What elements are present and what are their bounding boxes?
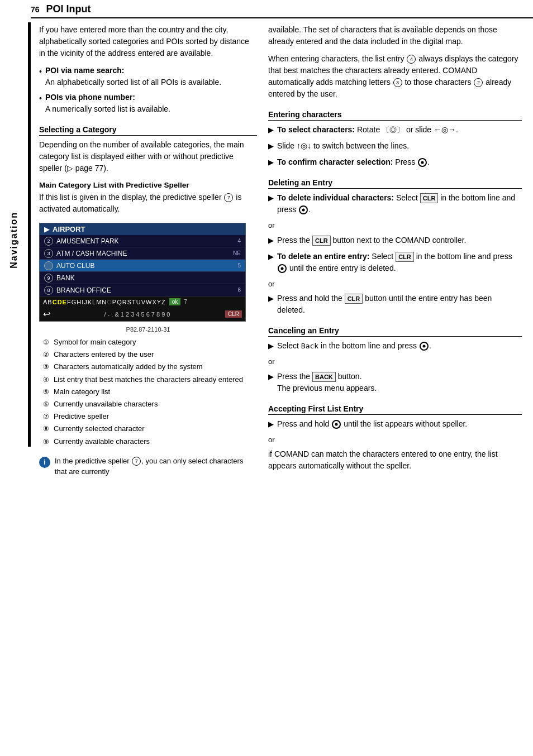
- arrow-icon: ▶: [268, 193, 274, 216]
- arrow-icon: ▶: [268, 125, 274, 136]
- arrow-icon: ▶: [268, 235, 274, 246]
- row-text: BRANCH OFFICE: [56, 286, 235, 294]
- bullet-poi-phone: • POIs via phone number: A numerically s…: [39, 92, 257, 115]
- page-title: POI Input: [46, 3, 91, 15]
- display-alphabet: ABCDEFGHIJKLMNOPQRSTUVWXYZ ok 7: [40, 296, 245, 307]
- row-badge: 4: [237, 238, 241, 244]
- row-circle: 9: [44, 274, 53, 283]
- display-rows: 2 AMUSEMENT PARK 4 3 ATM / CASH MACHINE …: [40, 235, 245, 296]
- row-text: ATM / CASH MACHINE: [56, 250, 231, 257]
- arrow-icon: ▶: [268, 293, 274, 316]
- row-text: AUTO CLUB: [56, 262, 235, 270]
- alpha-chars: ABCDEFGHIJKLMNOPQRSTUVWXYZ: [43, 299, 166, 305]
- controller-icon: [420, 342, 429, 351]
- info-text: In the predictive speller 7, you can onl…: [55, 456, 257, 477]
- legend-item: ② Characters entered by the user: [39, 350, 257, 360]
- display-row: 2 AMUSEMENT PARK 4: [40, 235, 245, 247]
- accepting-heading: Accepting First List Entry: [268, 404, 522, 415]
- display-arrow: ▶: [44, 226, 49, 233]
- controller-icon: [418, 158, 427, 167]
- or-text: or: [268, 434, 522, 446]
- right-column: available. The set of characters that is…: [268, 24, 522, 477]
- instruction-confirm: ▶ To confirm character selection: Press …: [268, 156, 522, 168]
- display-row: 9 BANK: [40, 272, 245, 284]
- row-text: AMUSEMENT PARK: [56, 237, 235, 245]
- row-text: BANK: [56, 274, 241, 282]
- instruction-select-back: ▶ Select Back in the bottom line and pre…: [268, 340, 522, 352]
- display-footer: ↩ / - . & 1 2 3 4 5 6 7 8 9 0 CLR: [40, 307, 245, 321]
- badge-7: 7: [184, 299, 187, 305]
- legend-item: ⑥ Currently unavailable characters: [39, 399, 257, 409]
- row-circle: 3: [44, 249, 53, 258]
- page-header: 76 POI Input: [31, 0, 533, 18]
- instruction-delete-entire: ▶ To delete an entire entry: Select CLR …: [268, 251, 522, 274]
- bullet-poi-name-text: An alphabetically sorted list of all POI…: [45, 78, 221, 87]
- controller-icon: [299, 205, 308, 214]
- controller-icon: [332, 420, 341, 429]
- display-image: ▶ AIRPORT 2 AMUSEMENT PARK 4 3 ATM / CAS…: [39, 223, 246, 322]
- deleting-heading: Deleting an Entry: [268, 178, 522, 189]
- footer-chars: / - . & 1 2 3 4 5 6 7 8 9 0: [51, 311, 223, 318]
- back-mono: Back: [301, 342, 318, 350]
- display-header-text: AIRPORT: [53, 225, 85, 233]
- row-badge: 6: [237, 287, 241, 293]
- section-selecting-heading: Selecting a Category: [39, 125, 257, 136]
- back-arrow-icon: ↩: [43, 309, 50, 319]
- content-area: If you have entered more than the countr…: [34, 18, 533, 489]
- clr-key: CLR: [345, 294, 363, 304]
- legend-item: ⑨ Currently available characters: [39, 437, 257, 447]
- sub-heading-predictive: Main Category List with Predictive Spell…: [39, 181, 257, 189]
- cont-text: available. The set of characters that is…: [268, 24, 522, 47]
- instruction-press-clr: ▶ Press the CLR button next to the COMAN…: [268, 235, 522, 246]
- arrow-icon: ▶: [268, 419, 274, 430]
- instruction-select-chars: ▶ To select characters: Rotate 〔◎〕 or sl…: [268, 124, 522, 136]
- instruction-hold-controller: ▶ Press and hold until the list appears …: [268, 418, 522, 430]
- display-header: ▶ AIRPORT: [40, 223, 245, 235]
- rotate-icon: 〔◎〕: [382, 126, 404, 134]
- row-circle: 8: [44, 286, 53, 295]
- sidebar-bar: [28, 22, 31, 447]
- page-number: 76: [31, 5, 40, 14]
- entering-heading: Entering characters: [268, 110, 522, 121]
- clr-key: CLR: [396, 252, 414, 262]
- info-box: i In the predictive speller 7, you can o…: [39, 456, 257, 477]
- auto-match-text: if COMAND can match the characters enter…: [268, 448, 522, 472]
- arrow-icon: ▶: [268, 341, 274, 352]
- legend-list: ① Symbol for main category ② Characters …: [39, 337, 257, 447]
- legend-item: ⑧ Currently selected character: [39, 424, 257, 434]
- sub-text: If this list is given in the display, th…: [39, 192, 257, 215]
- when-text: When entering characters, the list entry…: [268, 53, 522, 100]
- arrow-icon: ▶: [268, 371, 274, 394]
- clr-key: CLR: [312, 236, 331, 246]
- bullet-poi-name: • POI via name search: An alphabetically…: [39, 65, 257, 88]
- legend-item: ⑦ Predictive speller: [39, 412, 257, 422]
- selecting-text: Depending on the number of available cat…: [39, 139, 257, 174]
- controller-icon: [278, 264, 287, 273]
- row-circle: [44, 261, 53, 270]
- row-circle: 2: [44, 237, 53, 246]
- legend-item: ③ Characters automatically added by the …: [39, 362, 257, 372]
- clr-button-display: CLR: [225, 310, 242, 318]
- bullet-poi-phone-text: A numerically sorted list is available.: [45, 104, 170, 113]
- instruction-delete-chars: ▶ To delete individual characters: Selec…: [268, 192, 522, 216]
- back-key: BACK: [312, 372, 336, 382]
- arrow-icon: ▶: [268, 251, 274, 274]
- or-text: or: [268, 220, 522, 231]
- sidebar-nav: Navigation: [0, 45, 28, 436]
- ok-button: ok: [169, 298, 181, 305]
- legend-item: ⑤ Main category list: [39, 387, 257, 397]
- intro-text: If you have entered more than the countr…: [39, 24, 257, 59]
- bullet-poi-phone-label: POIs via phone number:: [45, 93, 135, 102]
- arrow-icon: ▶: [268, 141, 274, 152]
- left-column: If you have entered more than the countr…: [39, 24, 257, 477]
- instruction-press-back: ▶ Press the BACK button.The previous men…: [268, 371, 522, 394]
- bullet-poi-name-label: POI via name search:: [45, 66, 125, 75]
- display-row: 8 BRANCH OFFICE 6: [40, 284, 245, 296]
- clr-key: CLR: [420, 193, 439, 203]
- sidebar-nav-label: Navigation: [9, 212, 19, 269]
- row-badge: NE: [233, 250, 241, 256]
- row-badge: 5: [237, 262, 241, 269]
- display-caption: P82.87-2110-31: [39, 326, 257, 333]
- legend-item: ① Symbol for main category: [39, 337, 257, 347]
- display-row-selected: AUTO CLUB 5: [40, 260, 245, 272]
